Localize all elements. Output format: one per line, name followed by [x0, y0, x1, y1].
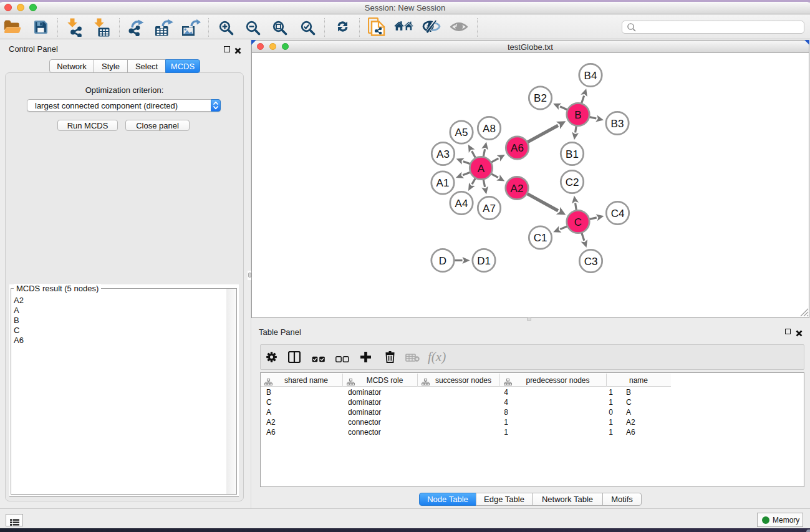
svg-text:A2: A2 — [511, 183, 524, 195]
svg-text:B1: B1 — [566, 148, 579, 160]
svg-text:A7: A7 — [483, 203, 496, 215]
svg-text:A8: A8 — [483, 123, 496, 135]
svg-text:C2: C2 — [566, 177, 579, 188]
svg-text:B2: B2 — [534, 92, 547, 104]
svg-text:C3: C3 — [584, 256, 598, 268]
svg-text:A1: A1 — [436, 177, 450, 189]
svg-text:A4: A4 — [455, 198, 468, 210]
svg-text:A5: A5 — [455, 127, 468, 138]
svg-text:C1: C1 — [534, 232, 547, 244]
svg-text:D: D — [439, 255, 446, 267]
svg-text:B3: B3 — [611, 118, 624, 130]
svg-text:A: A — [478, 163, 485, 175]
svg-text:C: C — [574, 216, 582, 228]
svg-text:A3: A3 — [436, 148, 450, 160]
svg-text:B: B — [574, 109, 581, 121]
svg-text:D1: D1 — [477, 255, 491, 267]
svg-text:A6: A6 — [511, 142, 524, 154]
svg-text:B4: B4 — [584, 70, 597, 82]
svg-text:C4: C4 — [611, 208, 625, 220]
